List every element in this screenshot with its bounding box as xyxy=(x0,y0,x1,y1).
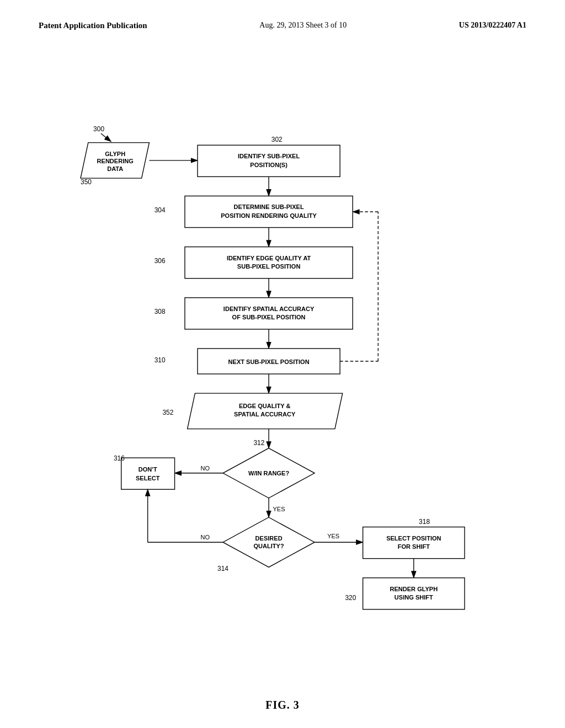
svg-text:YES: YES xyxy=(327,533,339,539)
svg-text:312: 312 xyxy=(253,439,264,447)
svg-text:RENDER GLYPH: RENDER GLYPH xyxy=(390,586,438,592)
svg-text:DETERMINE SUB-PIXEL: DETERMINE SUB-PIXEL xyxy=(234,204,304,210)
svg-text:318: 318 xyxy=(419,518,430,526)
svg-text:302: 302 xyxy=(271,136,282,143)
svg-text:IDENTIFY EDGE QUALITY  AT: IDENTIFY EDGE QUALITY AT xyxy=(227,255,311,261)
svg-line-69 xyxy=(101,133,111,142)
header-right: US 2013/0222407 A1 xyxy=(459,21,526,30)
svg-text:306: 306 xyxy=(154,257,166,265)
svg-text:SUB-PIXEL POSITION: SUB-PIXEL POSITION xyxy=(237,263,301,270)
svg-text:POSITION RENDERING QUALITY: POSITION RENDERING QUALITY xyxy=(221,212,317,219)
svg-text:QUALITY?: QUALITY? xyxy=(253,543,284,549)
svg-text:SELECT: SELECT xyxy=(136,475,160,481)
svg-text:314: 314 xyxy=(217,565,228,572)
svg-rect-63 xyxy=(363,578,465,609)
svg-text:USING SHIFT: USING SHIFT xyxy=(395,594,433,601)
header-center: Aug. 29, 2013 Sheet 3 of 10 xyxy=(259,21,347,30)
svg-text:310: 310 xyxy=(154,356,166,364)
header-left: Patent Application Publication xyxy=(39,21,147,30)
svg-text:GLYPH: GLYPH xyxy=(105,151,125,157)
header: Patent Application Publication Aug. 29, … xyxy=(22,11,543,36)
svg-text:352: 352 xyxy=(162,409,173,416)
svg-text:300: 300 xyxy=(93,125,104,133)
svg-text:NO: NO xyxy=(201,534,210,540)
svg-text:NEXT SUB-PIXEL POSITION: NEXT SUB-PIXEL POSITION xyxy=(228,358,310,365)
svg-text:FOR SHIFT: FOR SHIFT xyxy=(398,543,430,550)
flowchart-svg: GLYPH RENDERING DATA 350 IDENTIFY SUB-PI… xyxy=(22,41,543,681)
svg-text:350: 350 xyxy=(81,178,92,186)
svg-text:IDENTIFY  SPATIAL ACCURACY: IDENTIFY SPATIAL ACCURACY xyxy=(223,306,315,312)
svg-text:304: 304 xyxy=(154,206,166,214)
svg-text:SELECT POSITION: SELECT POSITION xyxy=(386,535,441,542)
svg-text:IDENTIFY SUB-PIXEL: IDENTIFY SUB-PIXEL xyxy=(238,153,300,159)
svg-rect-21 xyxy=(185,298,353,329)
page: Patent Application Publication Aug. 29, … xyxy=(0,0,565,728)
svg-text:W/IN RANGE?: W/IN RANGE? xyxy=(248,470,290,477)
svg-rect-58 xyxy=(363,527,465,559)
svg-text:320: 320 xyxy=(345,594,356,602)
diagram-area: GLYPH RENDERING DATA 350 IDENTIFY SUB-PI… xyxy=(22,41,543,681)
svg-text:POSITION(S): POSITION(S) xyxy=(250,162,287,168)
svg-text:YES: YES xyxy=(273,506,285,512)
svg-text:EDGE QUALITY &: EDGE QUALITY & xyxy=(239,403,291,409)
svg-text:DESIRED: DESIRED xyxy=(255,535,282,542)
svg-text:308: 308 xyxy=(154,308,166,315)
svg-text:OF SUB-PIXEL POSITION: OF SUB-PIXEL POSITION xyxy=(232,314,306,320)
figure-label: FIG. 3 xyxy=(265,699,300,711)
svg-text:DATA: DATA xyxy=(107,165,123,172)
svg-text:316: 316 xyxy=(114,454,125,462)
svg-rect-45 xyxy=(121,458,175,489)
svg-rect-11 xyxy=(185,196,353,227)
svg-rect-16 xyxy=(185,247,353,279)
svg-text:RENDERING: RENDERING xyxy=(97,158,134,164)
svg-text:DON'T: DON'T xyxy=(138,466,157,473)
svg-text:NO: NO xyxy=(201,465,210,472)
svg-rect-6 xyxy=(198,145,340,176)
svg-marker-49 xyxy=(223,517,315,567)
svg-text:SPATIAL ACCURACY: SPATIAL ACCURACY xyxy=(234,411,296,417)
